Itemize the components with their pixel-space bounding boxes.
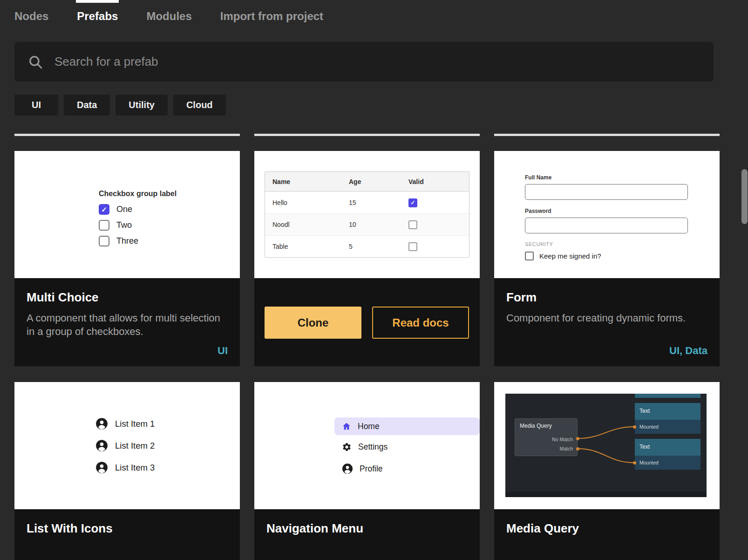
table-row: Noodl 10 — [265, 213, 469, 235]
checkbox-checked-icon — [99, 204, 109, 215]
text-node: Text Mounted — [635, 403, 700, 434]
checkbox-option: Two — [99, 220, 240, 231]
search-bar[interactable] — [14, 42, 714, 82]
list-item-label: List Item 1 — [115, 419, 155, 429]
filter-chips: UI Data Utility Cloud — [14, 95, 226, 116]
card-title: Form — [506, 290, 707, 305]
screenshot-bottom-bar — [505, 492, 707, 497]
output-match: Match — [559, 446, 573, 451]
nav-item-settings: Settings — [342, 440, 480, 454]
card-title: List With Icons — [27, 521, 228, 536]
node-port-mounted: Mounted — [635, 420, 700, 434]
card-title: Media Query — [506, 521, 707, 536]
checkbox-unchecked-icon — [408, 220, 417, 229]
prefab-browser: Nodes Prefabs Modules Import from projec… — [0, 0, 748, 560]
input-port-dot — [633, 425, 636, 429]
field-label: Full Name — [525, 174, 720, 181]
card-info: Multi Choice A component that allows for… — [14, 278, 240, 366]
checkbox-option-label: Two — [116, 220, 132, 230]
cell-age: 15 — [349, 199, 408, 206]
scrollbar-thumb[interactable] — [741, 169, 748, 224]
clone-button[interactable]: Clone — [265, 307, 361, 339]
card-info: Navigation Menu — [254, 509, 480, 560]
cell-name: Table — [272, 243, 349, 250]
table-preview: Name Age Valid Hello 15 Noodl 10 Table 5 — [254, 151, 480, 278]
input-port-dot — [633, 461, 636, 464]
list-item: List Item 1 — [95, 417, 240, 430]
prefab-card-list-with-icons[interactable]: List Item 1 List Item 2 List Item 3 — [14, 382, 240, 560]
table-col-age: Age — [349, 178, 408, 185]
person-icon — [95, 439, 108, 452]
prefab-card-form[interactable]: Full Name Password SECURITY Keep me sign… — [494, 151, 720, 366]
output-port-dot — [576, 447, 579, 451]
read-docs-button[interactable]: Read docs — [372, 307, 469, 339]
keep-signed-in-checkbox: Keep me signed in? — [525, 252, 720, 260]
card-info: List With Icons — [14, 509, 240, 560]
text-node: Text Mounted — [635, 439, 700, 470]
tab-nodes[interactable]: Nodes — [14, 10, 48, 23]
section-label: SECURITY — [525, 241, 720, 247]
filter-chip-data[interactable]: Data — [64, 95, 110, 116]
password-field — [525, 218, 688, 233]
node-title: Text — [635, 439, 700, 456]
card-tag: UI — [218, 345, 228, 357]
node-title: Media Query — [515, 419, 577, 429]
table-col-name: Name — [272, 178, 349, 185]
prefab-card-table[interactable]: Name Age Valid Hello 15 Noodl 10 Table 5 — [254, 151, 480, 366]
checkbox-option: Three — [99, 236, 240, 246]
card-remnant — [14, 134, 240, 136]
list-item-label: List Item 2 — [115, 441, 155, 451]
nav-item-label: Settings — [358, 442, 388, 452]
list-item: List Item 3 — [95, 461, 240, 474]
multi-choice-preview: Checkbox group label One Two Three — [14, 151, 240, 278]
filter-chip-cloud[interactable]: Cloud — [173, 95, 226, 116]
preview-table: Name Age Valid Hello 15 Noodl 10 Table 5 — [265, 171, 469, 258]
checkbox-option: One — [99, 204, 240, 215]
node-title: Text — [635, 403, 700, 420]
card-remnant — [494, 134, 720, 136]
person-icon — [342, 463, 353, 474]
list-item-label: List Item 3 — [115, 463, 155, 473]
output-port-dot — [576, 437, 579, 440]
checkbox-label: Keep me signed in? — [539, 252, 601, 260]
output-no-match: No Match — [552, 437, 573, 442]
prefab-card-multi-choice[interactable]: Checkbox group label One Two Three Multi… — [14, 151, 240, 366]
cell-name: Hello — [272, 199, 349, 206]
table-col-valid: Valid — [408, 178, 469, 185]
checkbox-checked-icon — [408, 198, 417, 207]
media-query-preview: Media Query No Match Match Text Mounted … — [494, 382, 720, 509]
checkbox-option-label: One — [116, 205, 132, 214]
tab-modules[interactable]: Modules — [146, 10, 191, 23]
nav-preview: Home Settings Profile — [254, 382, 480, 509]
prefab-card-navigation-menu[interactable]: Home Settings Profile Navigat — [254, 382, 480, 560]
form-preview: Full Name Password SECURITY Keep me sign… — [494, 151, 720, 278]
filter-chip-ui[interactable]: UI — [14, 95, 58, 116]
table-row: Table 5 — [265, 235, 469, 257]
card-actions: Clone Read docs — [254, 278, 480, 366]
list-preview: List Item 1 List Item 2 List Item 3 — [14, 382, 240, 509]
card-info: Form Component for creating dynamic form… — [494, 278, 720, 366]
home-icon — [342, 422, 351, 431]
prefab-card-media-query[interactable]: Media Query No Match Match Text Mounted … — [494, 382, 720, 560]
field-label: Password — [525, 208, 720, 214]
card-tag: UI, Data — [669, 345, 707, 357]
tab-bar: Nodes Prefabs Modules Import from projec… — [14, 0, 323, 33]
filter-chip-utility[interactable]: Utility — [116, 95, 168, 116]
node-graph-screenshot: Media Query No Match Match Text Mounted … — [505, 394, 707, 497]
nav-item-home: Home — [334, 417, 480, 435]
tab-prefabs[interactable]: Prefabs — [77, 10, 118, 23]
search-icon — [27, 54, 43, 70]
tab-import-from-project[interactable]: Import from project — [220, 10, 323, 23]
person-icon — [95, 461, 108, 474]
cell-age: 10 — [349, 221, 408, 228]
search-input[interactable] — [54, 55, 660, 69]
nav-item-label: Profile — [360, 464, 383, 474]
checkbox-group-label: Checkbox group label — [99, 190, 240, 198]
nav-item-label: Home — [358, 422, 380, 431]
card-title: Navigation Menu — [266, 521, 468, 536]
gear-icon — [342, 442, 352, 452]
card-info: Media Query — [494, 509, 720, 560]
media-query-node: Media Query No Match Match — [515, 418, 578, 456]
checkbox-unchecked-icon — [99, 236, 109, 246]
checkbox-unchecked-icon — [525, 252, 534, 260]
